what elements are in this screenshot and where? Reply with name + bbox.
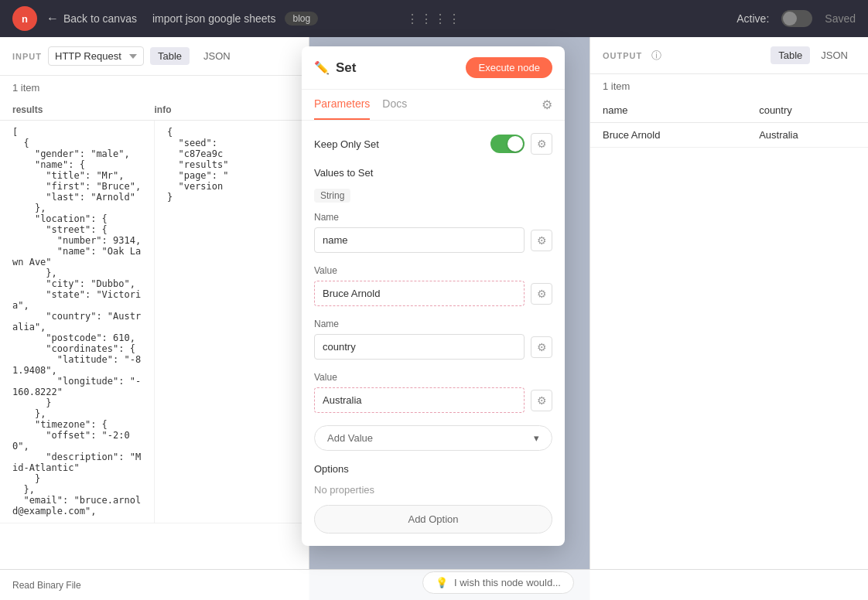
saved-text: Saved [825, 12, 856, 25]
chevron-down-icon: ▾ [534, 432, 539, 444]
bottom-tab-label[interactable]: Read Binary File [12, 580, 81, 591]
pencil-icon: ✏️ [314, 60, 330, 75]
modal-title: ✏️ Set [314, 60, 356, 76]
field2-name-gear[interactable]: ⚙ [531, 336, 552, 358]
field1-value-row: ⚙ [314, 281, 552, 306]
modal-header: ✏️ Set Execute node [302, 46, 565, 90]
field1-name-input[interactable] [314, 227, 525, 253]
field2-name-label: Name [314, 319, 552, 329]
tab-docs[interactable]: Docs [382, 90, 407, 120]
field2-name-input[interactable] [314, 334, 525, 360]
field1-name-label: Name [314, 212, 552, 223]
field2-value-row: ⚙ [314, 387, 552, 413]
string-badge: String [314, 189, 350, 203]
output-col-country: country [747, 98, 868, 123]
top-bar: n ← Back to canvas import json google sh… [0, 0, 868, 37]
modal-tabs: Parameters Docs ⚙ [302, 90, 565, 121]
field2-value-input[interactable] [314, 387, 525, 413]
output-country-cell: Australia [747, 123, 868, 148]
field1-value-gear[interactable]: ⚙ [531, 283, 552, 305]
keep-only-set-row: Keep Only Set ⚙ [314, 133, 552, 155]
output-label: OUTPUT [603, 51, 642, 60]
wish-label: I wish this node would... [454, 577, 561, 588]
output-tab-table[interactable]: Table [771, 46, 810, 64]
col-header-info: info [155, 104, 297, 115]
table-row: Bruce Arnold Australia [590, 123, 868, 148]
top-right: Active: Saved [736, 10, 856, 27]
keep-only-set-gear[interactable]: ⚙ [531, 133, 552, 155]
input-header: INPUT HTTP Request Table JSON [0, 37, 309, 76]
field1-name-gear[interactable]: ⚙ [531, 230, 552, 251]
output-header: OUTPUT ⓘ Table JSON [590, 37, 868, 74]
drag-handle[interactable]: ⋮⋮⋮⋮ [406, 12, 462, 26]
output-table-header-row: name country [590, 98, 868, 123]
col-header-results: results [12, 104, 155, 115]
input-data-content: [ { "gender": "male", "name": { "title":… [0, 121, 309, 600]
table-row: [ { "gender": "male", "name": { "title":… [0, 121, 309, 523]
field1-value-input[interactable] [314, 281, 525, 306]
logo: n [12, 6, 37, 31]
active-toggle[interactable] [781, 10, 812, 27]
bottom-bar: Read Binary File 💡 I wish this node woul… [0, 569, 868, 600]
field-group-1: Name ⚙ [314, 212, 552, 253]
back-to-canvas[interactable]: ← Back to canvas [46, 12, 137, 26]
output-item-count: 1 item [590, 74, 868, 98]
output-tab-json[interactable]: JSON [813, 46, 856, 64]
keep-only-set-label: Keep Only Set [314, 138, 379, 150]
http-request-select[interactable]: HTTP Request [48, 46, 144, 66]
canvas-area: INPUT HTTP Request Table JSON 1 item res… [0, 37, 868, 600]
blog-badge[interactable]: blog [285, 12, 318, 26]
field2-value-label: Value [314, 372, 552, 383]
add-value-button[interactable]: Add Value ▾ [314, 425, 552, 451]
modal-body: Keep Only Set ⚙ Values to Set String Nam… [302, 121, 565, 546]
field-value-group-2: Value ⚙ [314, 372, 552, 413]
field-group-2: Name ⚙ [314, 319, 552, 360]
output-panel: OUTPUT ⓘ Table JSON 1 item name country … [589, 37, 868, 600]
info-cell: { "seed": "c87ea9c "results" "page": " "… [155, 121, 309, 523]
options-section: Options No properties [314, 463, 552, 496]
tab-parameters[interactable]: Parameters [314, 90, 370, 120]
field1-value-label: Value [314, 265, 552, 276]
field2-name-row: ⚙ [314, 334, 552, 360]
field-value-group-1: Value ⚙ [314, 265, 552, 306]
field2-value-gear[interactable]: ⚙ [531, 390, 552, 411]
field1-name-row: ⚙ [314, 227, 552, 253]
wish-area: 💡 I wish this node would... [422, 571, 574, 594]
no-properties-label: No properties [314, 484, 552, 496]
values-to-set-label: Values to Set [314, 167, 552, 179]
output-info-icon: ⓘ [651, 49, 661, 63]
input-label: INPUT [12, 52, 42, 61]
add-option-button[interactable]: Add Option [314, 505, 552, 534]
output-name-cell: Bruce Arnold [590, 123, 747, 148]
active-label: Active: [736, 12, 769, 25]
input-panel: INPUT HTTP Request Table JSON 1 item res… [0, 37, 309, 600]
bulb-icon: 💡 [436, 577, 448, 588]
output-col-name: name [590, 98, 747, 123]
input-table-header: results info [0, 100, 309, 121]
input-tab-json[interactable]: JSON [196, 47, 238, 65]
workflow-title: import json google sheets [152, 12, 276, 25]
output-table: name country Bruce Arnold Australia [590, 98, 868, 148]
settings-icon[interactable]: ⚙ [542, 90, 552, 120]
keep-only-set-toggle[interactable] [490, 135, 525, 153]
input-item-count: 1 item [0, 76, 309, 100]
results-cell: [ { "gender": "male", "name": { "title":… [0, 121, 155, 523]
back-arrow-icon: ← [46, 12, 59, 26]
set-modal: ✏️ Set Execute node Parameters Docs ⚙ Ke… [302, 46, 565, 546]
input-tab-table[interactable]: Table [150, 47, 190, 65]
options-label: Options [314, 463, 552, 475]
execute-button[interactable]: Execute node [466, 57, 552, 78]
